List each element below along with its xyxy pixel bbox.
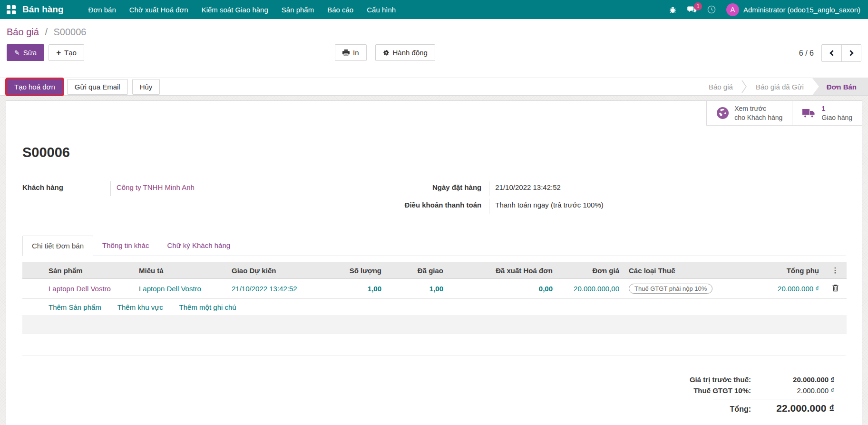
vertical-dots-icon[interactable]: ⋮ bbox=[832, 266, 839, 274]
breadcrumb: Báo giá / S00006 bbox=[7, 27, 861, 38]
status-pipeline: Báo giá Báo giá đã Gửi Đơn Bán bbox=[700, 78, 868, 95]
stage-quotation[interactable]: Báo giá bbox=[700, 78, 741, 95]
customer-preview-button[interactable]: Xem trước cho Khách hàng bbox=[706, 101, 792, 126]
subtotal-column-header[interactable]: Tổng phụ bbox=[743, 262, 824, 279]
add-line-row: Thêm Sản phẩm Thêm khu vực Thêm một ghi … bbox=[22, 299, 847, 316]
payment-terms-value: Thanh toán ngay (trả trước 100%) bbox=[489, 199, 604, 214]
order-date-value: 21/10/2022 13:42:52 bbox=[489, 181, 561, 196]
stage-sales-order[interactable]: Đơn Bán bbox=[812, 78, 868, 95]
delivery-label: 1 Giao hàng bbox=[821, 104, 852, 121]
order-date-label: Ngày đặt hàng bbox=[401, 181, 489, 191]
description-column-header[interactable]: Miêu tả bbox=[134, 262, 227, 279]
delivery-date-column-header[interactable]: Giao Dự kiến bbox=[227, 262, 329, 279]
order-line-row[interactable]: Laptopn Dell Vostro Laptopn Dell Vostro … bbox=[22, 279, 847, 299]
row-description: Laptopn Dell Vostro bbox=[134, 279, 227, 299]
tab-order-lines[interactable]: Chi tiết Đơn bán bbox=[22, 236, 93, 256]
menu-orders[interactable]: Đơn bán bbox=[82, 0, 123, 19]
row-handle-cell bbox=[22, 279, 44, 299]
breadcrumb-parent[interactable]: Báo giá bbox=[7, 27, 39, 37]
notebook-tabs: Chi tiết Đơn bán Thông tin khác Chữ ký K… bbox=[22, 236, 846, 256]
stage-quotation-sent[interactable]: Báo giá đã Gửi bbox=[747, 78, 812, 95]
row-unit-price: 20.000.000,00 bbox=[557, 279, 624, 299]
tax-amount-label: Thuế GTGT 10%: bbox=[693, 386, 751, 395]
delete-row-icon[interactable] bbox=[832, 284, 839, 292]
taxes-column-header[interactable]: Các loại Thuế bbox=[624, 262, 743, 279]
content-background: Xem trước cho Khách hàng 1 Giao hàng S00… bbox=[0, 96, 868, 425]
chevron-left-icon bbox=[829, 50, 836, 56]
row-delivered: 1,00 bbox=[386, 279, 448, 299]
totals-block: Giá trị trước thuế: 20.000.000 ₫ Thuế GT… bbox=[668, 374, 834, 415]
top-navbar: Bán hàng Đơn bán Chờ xuất Hoá đơn Kiểm s… bbox=[0, 0, 868, 19]
payment-terms-label: Điều khoản thanh toán bbox=[401, 199, 489, 209]
quantity-column-header[interactable]: Số lượng bbox=[329, 262, 386, 279]
bug-icon[interactable] bbox=[669, 6, 677, 14]
action-button[interactable]: Hành động bbox=[375, 44, 435, 61]
menu-to-invoice[interactable]: Chờ xuất Hoá đơn bbox=[123, 0, 195, 19]
messages-icon[interactable]: 1 bbox=[687, 6, 697, 14]
untaxed-amount-label: Giá trị trước thuế: bbox=[690, 376, 751, 384]
tab-customer-signature[interactable]: Chữ ký Khách hàng bbox=[158, 236, 239, 256]
add-section-link[interactable]: Thêm khu vực bbox=[117, 303, 163, 311]
add-note-link[interactable]: Thêm một ghi chú bbox=[179, 303, 236, 311]
breadcrumb-current: S00006 bbox=[54, 27, 87, 37]
table-header-row: Sản phẩm Miêu tả Giao Dự kiến Số lượng Đ… bbox=[22, 262, 847, 279]
user-avatar: A bbox=[726, 3, 739, 16]
printer-icon bbox=[342, 49, 350, 56]
form-sheet: Xem trước cho Khách hàng 1 Giao hàng S00… bbox=[6, 100, 862, 425]
navbar-systray: 1 A Administrator (odoo15_anglo_saxon) bbox=[669, 3, 860, 16]
pencil-icon: ✎ bbox=[14, 49, 20, 57]
customer-link[interactable]: Công ty TNHH Minh Anh bbox=[117, 183, 195, 191]
user-menu[interactable]: A Administrator (odoo15_anglo_saxon) bbox=[726, 3, 860, 16]
form-statusbar: Tạo hoá đơn Gửi qua Email Hủy Báo giá Bá… bbox=[0, 78, 868, 96]
activities-clock-icon[interactable] bbox=[707, 5, 716, 14]
tab-other-info[interactable]: Thông tin khác bbox=[93, 236, 158, 256]
row-product-link[interactable]: Laptopn Dell Vostro bbox=[49, 285, 111, 293]
chevron-right-icon bbox=[848, 50, 854, 56]
cancel-button[interactable]: Hủy bbox=[132, 79, 160, 95]
delivered-column-header[interactable]: Đã giao bbox=[386, 262, 448, 279]
pager: 6 / 6 bbox=[799, 44, 861, 62]
pager-previous-button[interactable] bbox=[822, 45, 841, 61]
create-invoice-button[interactable]: Tạo hoá đơn bbox=[7, 79, 63, 95]
row-expected-delivery: 21/10/2022 13:42:52 bbox=[227, 279, 329, 299]
empty-stripe-row bbox=[22, 316, 847, 334]
menu-configuration[interactable]: Cấu hình bbox=[360, 0, 402, 19]
create-button[interactable]: + Tạo bbox=[49, 44, 84, 61]
pager-next-button[interactable] bbox=[841, 45, 861, 61]
pager-count: 6 / 6 bbox=[799, 49, 814, 58]
edit-button[interactable]: ✎ Sửa bbox=[7, 44, 44, 61]
send-by-email-button[interactable]: Gửi qua Email bbox=[67, 79, 128, 95]
apps-grid-icon[interactable] bbox=[7, 5, 16, 14]
message-count-badge: 1 bbox=[694, 2, 702, 10]
row-invoiced: 0,00 bbox=[448, 279, 557, 299]
total-separator bbox=[713, 399, 834, 399]
invoiced-column-header[interactable]: Đã xuất Hoá đơn bbox=[448, 262, 557, 279]
unit-price-column-header[interactable]: Đơn giá bbox=[557, 262, 624, 279]
control-panel: Báo giá / S00006 ✎ Sửa + Tạo bbox=[0, 19, 868, 78]
globe-icon bbox=[716, 107, 729, 119]
customer-field: Khách hàng Công ty TNHH Minh Anh bbox=[22, 181, 401, 196]
payment-terms-field: Điều khoản thanh toán Thanh toán ngay (t… bbox=[401, 199, 846, 214]
tax-amount-row: Thuế GTGT 10%: 2.000.000 ₫ bbox=[668, 385, 834, 396]
preview-label: Xem trước cho Khách hàng bbox=[734, 104, 782, 121]
order-title: S00006 bbox=[22, 145, 846, 160]
total-value: 22.000.000 ₫ bbox=[751, 403, 834, 414]
gear-icon bbox=[383, 49, 390, 56]
total-label: Tổng: bbox=[730, 405, 751, 414]
menu-delivery-control[interactable]: Kiểm soát Giao hàng bbox=[195, 0, 275, 19]
menu-reporting[interactable]: Báo cáo bbox=[321, 0, 360, 19]
app-name[interactable]: Bán hàng bbox=[22, 4, 64, 15]
totals-divider bbox=[22, 356, 846, 356]
delivery-smart-button[interactable]: 1 Giao hàng bbox=[792, 101, 862, 126]
total-row: Tổng: 22.000.000 ₫ bbox=[668, 401, 834, 415]
user-name: Administrator (odoo15_anglo_saxon) bbox=[743, 6, 860, 14]
product-column-header[interactable]: Sản phẩm bbox=[44, 262, 134, 279]
truck-icon bbox=[802, 108, 816, 119]
menu-products[interactable]: Sản phẩm bbox=[275, 0, 321, 19]
tax-amount-value: 2.000.000 ₫ bbox=[751, 386, 834, 395]
main-menu: Đơn bán Chờ xuất Hoá đơn Kiểm soát Giao … bbox=[82, 0, 403, 19]
print-button[interactable]: In bbox=[335, 44, 367, 61]
add-product-link[interactable]: Thêm Sản phẩm bbox=[49, 303, 101, 311]
odoo-window: Bán hàng Đơn bán Chờ xuất Hoá đơn Kiểm s… bbox=[0, 0, 868, 425]
untaxed-amount-row: Giá trị trước thuế: 20.000.000 ₫ bbox=[668, 374, 834, 385]
